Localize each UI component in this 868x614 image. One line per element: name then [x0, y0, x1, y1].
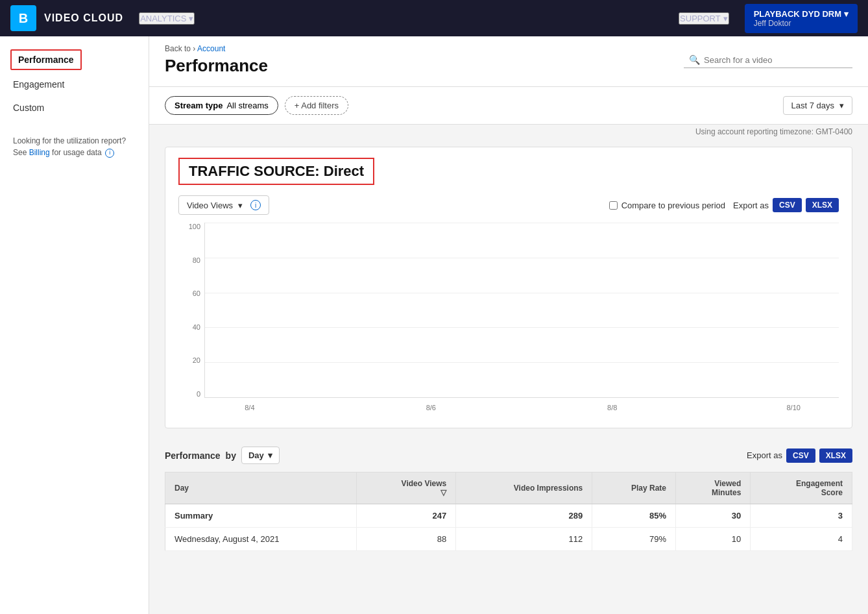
- sidebar-item-custom[interactable]: Custom: [0, 96, 149, 119]
- analytics-menu-button[interactable]: ANALYTICS ▾: [139, 12, 195, 25]
- cell-summary-impressions: 289: [456, 504, 592, 528]
- performance-table-header: Performance by Day ▾ Export as CSV XLSX: [165, 439, 852, 472]
- sidebar: Performance Engagement Custom Looking fo…: [0, 36, 149, 614]
- bar-chart: 100 80 60 40 20 0: [178, 223, 839, 417]
- timezone-note: Using account reporting timezone: GMT-04…: [149, 127, 868, 136]
- table-header-row: Day Video Views ▽ Video Impressions: [165, 473, 852, 504]
- chart-y-axis: 100 80 60 40 20 0: [178, 223, 204, 398]
- brand-logo-icon: B: [10, 5, 36, 31]
- cell-row1-engagement: 4: [751, 528, 852, 551]
- support-menu-button[interactable]: SUPPORT ▾: [679, 12, 729, 25]
- sidebar-utilization-note: Looking for the utilization report? See …: [0, 119, 149, 158]
- y-label-60: 60: [193, 289, 200, 297]
- content-header: Back to › Account Performance 🔍: [149, 36, 868, 87]
- group-by-dropdown[interactable]: Day ▾: [241, 447, 280, 464]
- chevron-down-icon: ▾: [238, 201, 243, 210]
- stream-type-button[interactable]: Stream type All streams: [165, 96, 278, 115]
- add-filters-button[interactable]: + Add filters: [285, 96, 348, 115]
- group-by-value: Day: [248, 450, 264, 460]
- table-export-group: Export as CSV XLSX: [747, 448, 852, 463]
- cell-summary-views: 247: [357, 504, 456, 528]
- billing-link[interactable]: Billing: [29, 148, 50, 157]
- y-label-100: 100: [189, 223, 200, 230]
- chevron-down-icon: ▾: [189, 14, 193, 23]
- metric-dropdown[interactable]: Video Views ▾ i: [178, 195, 269, 215]
- performance-data-table: Day Video Views ▽ Video Impressions: [165, 472, 852, 551]
- info-icon: i: [105, 149, 114, 158]
- cell-summary-minutes: 30: [676, 504, 751, 528]
- cell-summary-engagement: 3: [751, 504, 852, 528]
- cell-summary-day: Summary: [165, 504, 357, 528]
- y-label-40: 40: [193, 323, 200, 331]
- filters-row: Stream type All streams + Add filters La…: [149, 87, 868, 125]
- chart-export-xlsx-button[interactable]: XLSX: [806, 198, 839, 212]
- cell-row1-views: 88: [357, 528, 456, 551]
- chevron-down-icon: ▾: [268, 450, 272, 460]
- y-label-20: 20: [193, 356, 200, 364]
- date-range-value: Last 7 days: [791, 101, 835, 110]
- chevron-down-icon: ▾: [839, 101, 844, 110]
- brand-name: VIDEO CLOUD: [44, 12, 123, 24]
- table-row: Wednesday, August 4, 2021 88 112 79% 10 …: [165, 528, 852, 551]
- chart-x-axis: 8/4 8/6 8/8 8/10: [204, 398, 839, 417]
- metric-value: Video Views: [187, 201, 233, 210]
- stream-type-label: Stream type: [175, 101, 223, 110]
- chart-controls: Video Views ▾ i Compare to previous peri…: [178, 195, 839, 215]
- compare-checkbox-input[interactable]: [609, 201, 618, 210]
- chevron-down-icon: ▾: [723, 14, 728, 23]
- chevron-down-icon: ▾: [844, 9, 849, 19]
- chart-plot-area: [204, 223, 839, 398]
- compare-checkbox-label[interactable]: Compare to previous period: [609, 201, 725, 210]
- search-input[interactable]: [704, 55, 847, 65]
- sidebar-item-engagement[interactable]: Engagement: [0, 73, 149, 96]
- x-label-86: 8/6: [385, 404, 476, 411]
- sidebar-item-performance[interactable]: Performance: [10, 49, 82, 70]
- chart-export-group: Export as CSV XLSX: [733, 198, 839, 212]
- table-export-csv-button[interactable]: CSV: [786, 448, 815, 463]
- breadcrumb: Back to › Account: [165, 44, 268, 53]
- traffic-source-section: TRAFFIC SOURCE: Direct Video Views ▾ i C…: [165, 147, 852, 428]
- col-header-engagement-score: Engagement Score: [751, 473, 852, 504]
- table-export-xlsx-button[interactable]: XLSX: [819, 448, 852, 463]
- bars-container: [205, 223, 839, 397]
- traffic-source-title: TRAFFIC SOURCE: Direct: [178, 158, 374, 185]
- top-navigation: B VIDEO CLOUD ANALYTICS ▾ SUPPORT ▾ PLAY…: [0, 0, 868, 36]
- page-title: Performance: [165, 56, 268, 76]
- x-label-810: 8/10: [748, 404, 839, 411]
- date-range-dropdown[interactable]: Last 7 days ▾: [783, 96, 853, 115]
- cell-summary-playrate: 85%: [592, 504, 676, 528]
- x-label-88: 8/8: [567, 404, 658, 411]
- cell-row1-impressions: 112: [456, 528, 592, 551]
- main-content: Back to › Account Performance 🔍 Stream t…: [149, 36, 868, 614]
- sort-icon: ▽: [440, 488, 446, 497]
- cell-row1-minutes: 10: [676, 528, 751, 551]
- col-header-video-impressions: Video Impressions: [456, 473, 592, 504]
- y-label-0: 0: [197, 390, 200, 398]
- chart-export-csv-button[interactable]: CSV: [773, 198, 802, 212]
- table-row-summary: Summary 247 289 85% 30 3: [165, 504, 852, 528]
- search-icon: 🔍: [689, 55, 700, 65]
- col-header-day: Day: [165, 473, 357, 504]
- col-header-play-rate: Play Rate: [592, 473, 676, 504]
- y-label-80: 80: [193, 256, 200, 264]
- col-header-video-views[interactable]: Video Views ▽: [357, 473, 456, 504]
- cell-row1-day: Wednesday, August 4, 2021: [165, 528, 357, 551]
- breadcrumb-account-link[interactable]: Account: [197, 44, 225, 53]
- account-menu-button[interactable]: PLAYBACK DYD DRM ▾ Jeff Doktor: [745, 4, 858, 33]
- info-icon: i: [250, 200, 261, 210]
- cell-row1-playrate: 79%: [592, 528, 676, 551]
- search-box[interactable]: 🔍: [684, 52, 852, 68]
- performance-by-label: Performance by Day ▾: [165, 447, 280, 464]
- performance-table-section: Performance by Day ▾ Export as CSV XLSX: [165, 439, 852, 551]
- user-name: Jeff Doktor: [754, 19, 849, 28]
- col-header-viewed-minutes: Viewed Minutes: [676, 473, 751, 504]
- stream-type-value: All streams: [226, 101, 268, 110]
- x-label-84: 8/4: [204, 404, 295, 411]
